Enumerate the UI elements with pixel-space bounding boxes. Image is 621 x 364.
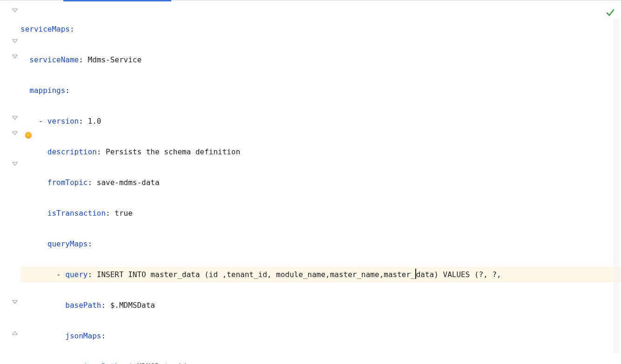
fold-icon[interactable] [11, 299, 19, 306]
yaml-value: $.MDMSData.id [128, 362, 186, 364]
yaml-key: basePath [65, 301, 101, 310]
yaml-colon: : [101, 331, 106, 340]
yaml-dash: - [74, 362, 83, 364]
yaml-value: Persists the schema definition [106, 147, 240, 156]
code-line-active[interactable]: - query: INSERT INTO master_data (id ,te… [20, 267, 621, 282]
yaml-colon: : [70, 25, 74, 33]
yaml-dash: - [39, 117, 47, 126]
code-line[interactable]: - jsonPath: $.MDMSData.id [20, 359, 621, 364]
code-line[interactable]: - version: 1.0 [20, 113, 621, 129]
yaml-key: serviceName [29, 55, 79, 64]
code-editor[interactable]: serviceMaps: serviceName: Mdms-Service m… [0, 1, 621, 364]
yaml-colon: : [88, 239, 93, 248]
yaml-key: jsonPath [83, 362, 119, 364]
yaml-key: description [47, 147, 97, 156]
fold-icon[interactable] [11, 161, 19, 168]
yaml-colon: : [65, 86, 70, 95]
fold-icon[interactable] [11, 130, 19, 138]
yaml-key: serviceMaps [20, 25, 70, 33]
yaml-key: queryMaps [47, 239, 88, 248]
yaml-key: jsonMaps [65, 331, 101, 340]
yaml-key: version [47, 117, 79, 126]
code-line[interactable]: mappings: [20, 83, 621, 98]
yaml-sep: : [101, 301, 110, 310]
code-line[interactable]: serviceName: Mdms-Service [20, 52, 621, 67]
gutter[interactable] [0, 1, 20, 364]
yaml-value: data) VALUES (?, ?, [416, 270, 501, 279]
yaml-value: $.MDMSData [110, 301, 155, 310]
code-line[interactable]: isTransaction: true [20, 205, 621, 221]
code-line[interactable]: serviceMaps: [20, 21, 621, 37]
yaml-sep: : [79, 117, 88, 126]
yaml-value: save-mdms-data [97, 178, 160, 187]
yaml-sep: : [106, 209, 115, 218]
yaml-sep: : [97, 147, 106, 156]
code-line[interactable]: queryMaps: [20, 236, 621, 251]
yaml-key: isTransaction [47, 209, 106, 218]
check-icon[interactable] [606, 8, 614, 17]
fold-icon[interactable] [11, 38, 19, 46]
code-line[interactable]: fromTopic: save-mdms-data [20, 175, 621, 190]
yaml-key: fromTopic [47, 178, 88, 187]
yaml-value: INSERT INTO master_data (id ,tenant_id, … [97, 270, 415, 279]
yaml-sep: : [79, 55, 88, 64]
yaml-value: 1.0 [88, 117, 101, 126]
scrollbar-track[interactable] [614, 19, 619, 353]
code-line[interactable]: basePath: $.MDMSData [20, 298, 621, 313]
yaml-sep: : [88, 270, 97, 279]
fold-icon[interactable] [11, 53, 19, 61]
yaml-key: query [65, 270, 88, 279]
code-line[interactable]: description: Persists the schema definit… [20, 144, 621, 159]
yaml-sep: : [119, 362, 128, 364]
fold-icon[interactable] [11, 7, 19, 15]
code-line[interactable]: jsonMaps: [20, 328, 621, 344]
yaml-value: true [115, 209, 133, 218]
yaml-dash: - [56, 270, 65, 279]
yaml-key: mappings [29, 86, 65, 95]
yaml-value: Mdms-Service [88, 55, 142, 64]
code-content[interactable]: serviceMaps: serviceName: Mdms-Service m… [20, 1, 621, 364]
yaml-sep: : [88, 178, 97, 187]
fold-close-icon[interactable] [11, 330, 19, 338]
fold-icon[interactable] [11, 115, 19, 122]
